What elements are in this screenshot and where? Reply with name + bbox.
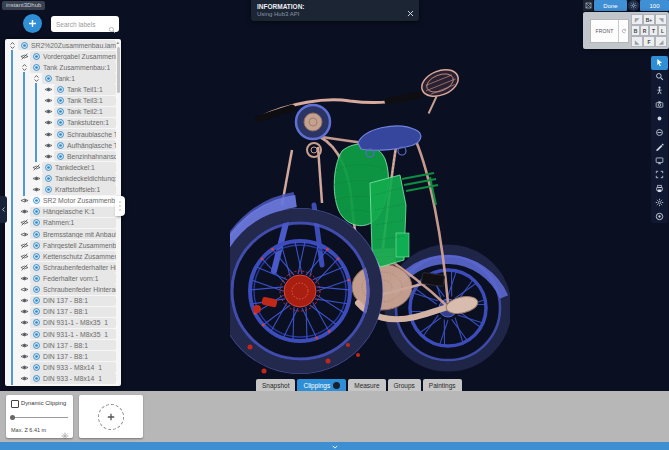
visibility-eye-off-icon[interactable]	[20, 252, 29, 261]
tree-item[interactable]: Tank Teil2:1	[5, 107, 121, 117]
tree-item[interactable]: Benzinhahnanschluss Tank:1	[5, 151, 121, 161]
tree-item[interactable]: Rahmen:1	[5, 218, 121, 228]
search-input[interactable]	[54, 20, 108, 29]
tree-item-pill[interactable]: Schraubenfederhalter Hinterachsschwinge:…	[30, 262, 116, 272]
part-select-radio-icon[interactable]	[32, 330, 41, 339]
tree-item[interactable]: Schraubenfeder Hinterachsschwinge:1	[5, 284, 121, 294]
tree-item-pill[interactable]: Schraubenfeder Hinterachsschwinge:1	[30, 284, 116, 294]
tree-item-pill[interactable]: Federhalter vorn:1	[30, 273, 116, 283]
visibility-eye-icon[interactable]	[44, 96, 53, 105]
clipping-slider-knob[interactable]	[10, 415, 15, 420]
visibility-eye-icon[interactable]	[44, 152, 53, 161]
part-select-radio-icon[interactable]	[44, 74, 53, 83]
view-b-button[interactable]: B	[631, 25, 640, 36]
expand-collapse-icon[interactable]	[32, 74, 41, 83]
rotate-bl-icon[interactable]: ◣	[631, 36, 643, 47]
tree-item-pill[interactable]: SR2%20Zusammenbau.iam	[18, 40, 116, 50]
view-r-button[interactable]: R	[640, 25, 649, 36]
tree-item[interactable]: Tankdeckel:1	[5, 162, 121, 172]
part-select-radio-icon[interactable]	[32, 263, 41, 272]
part-select-radio-icon[interactable]	[32, 252, 41, 261]
expand-collapse-icon[interactable]	[20, 63, 29, 72]
tree-item-pill[interactable]: DIN 931-1 - M8x35_1	[30, 329, 116, 339]
tree-item[interactable]: DIN 137 - B8:1	[5, 307, 121, 317]
tree-item-pill[interactable]: DIN 137 - B8:1	[30, 340, 116, 350]
tree-item[interactable]: Bremsstange mit Anbauteilen:1	[5, 229, 121, 239]
part-select-radio-icon[interactable]	[32, 285, 41, 294]
part-select-radio-icon[interactable]	[32, 230, 41, 239]
part-select-radio-icon[interactable]	[32, 274, 41, 283]
view-f-button[interactable]: F	[643, 36, 655, 47]
point-marker-button[interactable]	[651, 112, 668, 126]
part-select-radio-icon[interactable]	[56, 118, 65, 127]
tree-item-pill[interactable]: DIN 933 - M8x14_1	[30, 362, 116, 372]
camera-snapshot-button[interactable]	[651, 98, 668, 112]
tree-item-pill[interactable]: Tankdeckeldichtung:1	[42, 173, 116, 183]
visibility-eye-mixed-icon[interactable]	[20, 196, 29, 205]
visibility-eye-mixed-icon[interactable]	[20, 285, 29, 294]
done-button[interactable]: Done	[594, 0, 627, 11]
tree-item-pill[interactable]: DIN 933 - M8x14_1	[30, 373, 116, 383]
part-select-radio-icon[interactable]	[32, 241, 41, 250]
select-cursor-button[interactable]	[651, 56, 668, 70]
tree-item[interactable]: Schraublasche Tank:1	[5, 129, 121, 139]
visibility-eye-icon[interactable]	[44, 107, 53, 116]
visibility-eye-icon[interactable]	[20, 352, 29, 361]
visibility-eye-icon[interactable]	[20, 330, 29, 339]
tree-item-pill[interactable]: Kraftstoffsieb:1	[42, 184, 116, 194]
part-select-radio-icon[interactable]	[56, 152, 65, 161]
panel-collapse-button[interactable]	[0, 196, 7, 223]
tree-item-pill[interactable]: Tank Teil3:1	[54, 96, 116, 106]
screen-view-button[interactable]	[651, 153, 668, 167]
visibility-eye-icon[interactable]	[44, 141, 53, 150]
zoom-search-button[interactable]	[651, 70, 668, 84]
part-select-radio-icon[interactable]	[32, 63, 41, 72]
dynamic-clipping-checkbox[interactable]	[11, 400, 19, 408]
tree-item[interactable]: Tank Teil1:1	[5, 84, 121, 94]
tree-item-pill[interactable]: DIN 137 - B8:1	[30, 307, 116, 317]
visibility-eye-off-icon[interactable]	[32, 163, 41, 172]
tree-item-pill[interactable]: Tankdeckel:1	[42, 162, 116, 172]
tree-item[interactable]: SR2 Motor Zusammenbau:1	[5, 196, 121, 206]
tree-item-pill[interactable]: Vordergabel Zusammenbau mit Rad:1	[30, 51, 116, 61]
part-select-radio-icon[interactable]	[44, 163, 53, 172]
tree-item-pill[interactable]: Aufhänglasche Tank:1	[54, 140, 116, 150]
value-button[interactable]: 100	[640, 0, 669, 11]
settings-gear-button[interactable]	[651, 195, 668, 209]
tree-item[interactable]: DIN 933 - M8x14_1	[5, 362, 121, 372]
tree-item-pill[interactable]: Tank Zusammenbau:1	[30, 62, 116, 72]
part-select-radio-icon[interactable]	[20, 41, 29, 50]
tree-item[interactable]: Kettenschutz Zusammenbau Angepasst:1	[5, 251, 121, 261]
part-select-radio-icon[interactable]	[32, 207, 41, 216]
part-select-radio-icon[interactable]	[56, 141, 65, 150]
visibility-eye-icon[interactable]	[44, 130, 53, 139]
tree-drag-handle[interactable]	[115, 196, 125, 216]
rotate-tr-icon[interactable]: ◥	[655, 14, 667, 25]
visibility-eye-icon[interactable]	[20, 207, 29, 216]
part-select-radio-icon[interactable]	[56, 107, 65, 116]
visibility-eye-icon[interactable]	[32, 185, 41, 194]
tree-item[interactable]: DIN 137 - B8:1	[5, 296, 121, 306]
visibility-eye-off-icon[interactable]	[20, 218, 29, 227]
clipping-slider[interactable]	[11, 417, 68, 418]
part-select-radio-icon[interactable]	[32, 352, 41, 361]
part-select-radio-icon[interactable]	[32, 307, 41, 316]
tree-item[interactable]: DIN 137 - B8:1	[5, 351, 121, 361]
tree-item[interactable]: Tank Zusammenbau:1	[5, 62, 121, 72]
tree-item-pill[interactable]: Tank:1	[42, 73, 116, 83]
part-select-radio-icon[interactable]	[56, 130, 65, 139]
bottom-expand-bar[interactable]	[0, 442, 669, 450]
add-label-button[interactable]	[23, 14, 42, 33]
view-b+-button[interactable]: B+	[643, 14, 655, 25]
add-clipping-button[interactable]	[98, 404, 124, 430]
walk-mode-button[interactable]	[651, 84, 668, 98]
tree-item[interactable]: Tankstutzen:1	[5, 118, 121, 128]
part-select-radio-icon[interactable]	[32, 218, 41, 227]
visibility-eye-icon[interactable]	[44, 118, 53, 127]
tree-item-pill[interactable]: DIN 137 - B8:1	[30, 351, 116, 361]
part-select-radio-icon[interactable]	[32, 341, 41, 350]
gear-icon[interactable]	[61, 426, 69, 434]
gear-icon[interactable]	[628, 0, 639, 11]
tree-item[interactable]: SR2%20Zusammenbau.iam	[5, 40, 121, 50]
part-select-radio-icon[interactable]	[32, 296, 41, 305]
